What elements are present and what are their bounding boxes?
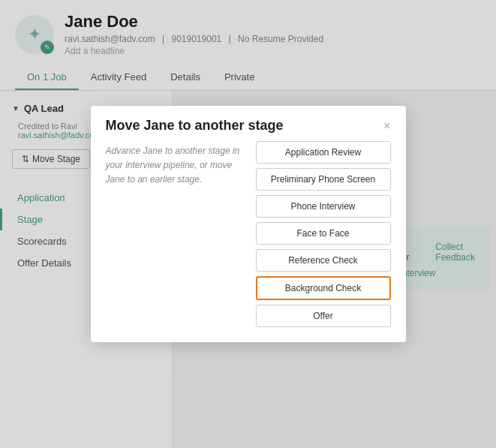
stage-option-offer[interactable]: Offer bbox=[256, 305, 391, 327]
stage-option-phone-interview[interactable]: Phone Interview bbox=[256, 195, 391, 218]
modal-header: Move Jane to another stage × bbox=[91, 106, 406, 141]
move-stage-modal: Move Jane to another stage × Advance Jan… bbox=[91, 106, 406, 342]
stage-option-preliminary-phone-screen[interactable]: Preliminary Phone Screen bbox=[256, 168, 391, 191]
stage-option-background-check[interactable]: Background Check bbox=[256, 276, 391, 300]
modal-body: Advance Jane to another stage in your in… bbox=[91, 141, 406, 342]
modal-title: Move Jane to another stage bbox=[106, 118, 284, 134]
modal-description: Advance Jane to another stage in your in… bbox=[106, 141, 256, 327]
modal-close-button[interactable]: × bbox=[383, 119, 390, 133]
modal-overlay: Move Jane to another stage × Advance Jan… bbox=[0, 0, 496, 448]
stage-option-application-review[interactable]: Application Review bbox=[256, 141, 391, 164]
modal-stage-options: Application Review Preliminary Phone Scr… bbox=[256, 141, 391, 327]
stage-option-face-to-face[interactable]: Face to Face bbox=[256, 222, 391, 245]
stage-option-reference-check[interactable]: Reference Check bbox=[256, 249, 391, 272]
